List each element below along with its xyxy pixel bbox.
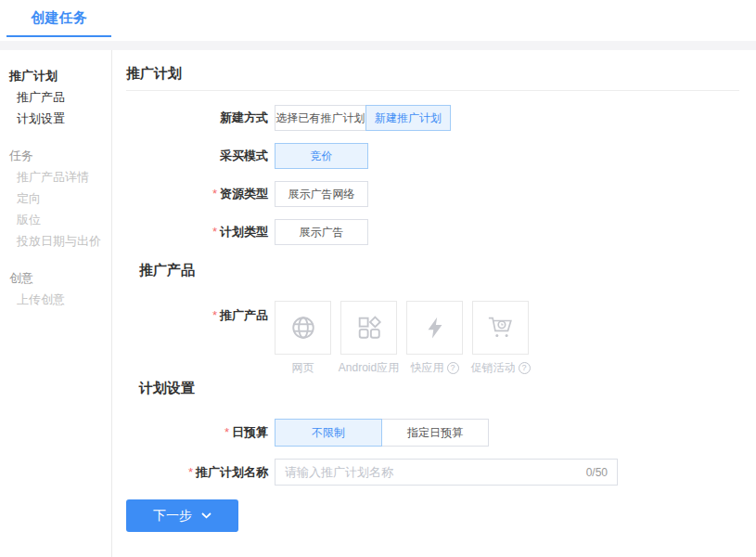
required-asterisk: * [212, 225, 217, 239]
app-grid-icon [355, 314, 383, 342]
product-card-web: 网页 [275, 301, 331, 376]
product-card-web-box[interactable] [275, 301, 331, 355]
sidebar-item-creative[interactable]: 创意 [0, 267, 111, 289]
buy-mode-label: 采买模式 [126, 148, 275, 164]
sidebar-group-task: 任务 推广产品详情 定向 版位 投放日期与出价 [0, 145, 111, 252]
daily-budget-segment: 不限制 指定日预算 [275, 419, 489, 447]
row-promotion-product: *推广产品 网页 [126, 301, 739, 376]
product-card-android-app: Android应用 [340, 301, 397, 376]
sidebar-item-product-details[interactable]: 推广产品详情 [0, 166, 111, 188]
promotion-product-label: *推广产品 [126, 301, 275, 324]
sidebar-item-schedule-bid[interactable]: 投放日期与出价 [0, 230, 111, 252]
sidebar-item-placement[interactable]: 版位 [0, 209, 111, 230]
resource-type-label: *资源类型 [126, 186, 275, 202]
header-divider-strip [0, 41, 756, 50]
chevron-down-icon [201, 512, 211, 519]
product-card-list: 网页 [275, 301, 538, 376]
section-title-plan-settings: 计划设置 [126, 380, 739, 396]
option-new-plan[interactable]: 新建推广计划 [365, 105, 451, 131]
next-step-button[interactable]: 下一步 [126, 499, 238, 532]
card-caption-web: 网页 [292, 360, 314, 376]
tab-create-task[interactable]: 创建任务 [6, 0, 111, 37]
next-step-label: 下一步 [153, 508, 192, 525]
sidebar-item-targeting[interactable]: 定向 [0, 188, 111, 209]
option-bidding[interactable]: 竞价 [275, 143, 368, 169]
help-icon[interactable]: ? [519, 362, 531, 374]
main-content: 推广计划 新建方式 选择已有推广计划 新建推广计划 采买模式 竞价 *资源类型 … [112, 50, 756, 557]
row-resource-type: *资源类型 展示广告网络 [126, 181, 739, 207]
plan-type-label: *计划类型 [126, 224, 275, 240]
sidebar-item-upload-creative[interactable]: 上传创意 [0, 289, 111, 310]
row-buy-mode: 采买模式 竞价 [126, 143, 739, 169]
plan-name-label: *推广计划名称 [126, 464, 275, 481]
sidebar-item-plan-settings[interactable]: 计划设置 [0, 108, 111, 129]
row-daily-budget: *日预算 不限制 指定日预算 [126, 419, 739, 447]
product-card-android-box[interactable] [340, 301, 397, 355]
top-tab-bar: 创建任务 [0, 0, 756, 37]
card-caption-promotion: 促销活动 ? [471, 360, 531, 376]
plan-name-input[interactable] [285, 465, 579, 479]
daily-budget-label: *日预算 [126, 424, 275, 441]
section-divider [126, 90, 739, 91]
product-card-promotion-box[interactable] [472, 301, 529, 355]
required-asterisk: * [224, 425, 229, 439]
globe-icon [289, 314, 317, 342]
product-card-promotion-activity: 促销活动 ? [472, 301, 529, 376]
create-mode-segment: 选择已有推广计划 新建推广计划 [275, 105, 451, 131]
option-display-ad-network[interactable]: 展示广告网络 [275, 181, 368, 207]
sidebar-group-creative: 创意 上传创意 [0, 267, 111, 310]
resource-type-segment: 展示广告网络 [275, 181, 368, 207]
help-icon[interactable]: ? [447, 362, 459, 374]
section-title-promotion-product: 推广产品 [126, 262, 739, 278]
sidebar-group-plan: 推广计划 推广产品 计划设置 [0, 65, 111, 129]
card-caption-android: Android应用 [339, 360, 399, 376]
sidebar-item-promotion-product[interactable]: 推广产品 [0, 86, 111, 108]
option-specified-budget[interactable]: 指定日预算 [381, 419, 489, 447]
plan-type-segment: 展示广告 [275, 219, 368, 245]
section-title-promotion-plan: 推广计划 [126, 65, 739, 82]
product-card-quick-app-box[interactable] [406, 301, 463, 355]
sidebar-item-task[interactable]: 任务 [0, 145, 111, 166]
step-sidebar: 推广计划 推广产品 计划设置 任务 推广产品详情 定向 版位 投放日期与出价 创… [0, 50, 112, 557]
row-plan-name: *推广计划名称 0/50 [126, 459, 739, 486]
lightning-icon [422, 315, 448, 341]
plan-name-input-wrap: 0/50 [275, 459, 618, 486]
char-counter: 0/50 [586, 466, 608, 479]
option-display-ad[interactable]: 展示广告 [275, 219, 368, 245]
product-card-quick-app: 快应用 ? [406, 301, 463, 376]
option-unlimited-budget[interactable]: 不限制 [275, 419, 382, 447]
required-asterisk: * [212, 308, 217, 322]
required-asterisk: * [188, 465, 193, 479]
option-select-existing-plan[interactable]: 选择已有推广计划 [275, 105, 366, 131]
card-caption-quick-app: 快应用 ? [411, 360, 459, 376]
buy-mode-segment: 竞价 [275, 143, 368, 169]
row-create-mode: 新建方式 选择已有推广计划 新建推广计划 [126, 105, 739, 131]
sidebar-item-promotion-plan[interactable]: 推广计划 [0, 65, 111, 86]
cart-icon [486, 314, 516, 342]
create-mode-label: 新建方式 [126, 110, 275, 126]
row-plan-type: *计划类型 展示广告 [126, 219, 739, 245]
required-asterisk: * [212, 187, 217, 201]
